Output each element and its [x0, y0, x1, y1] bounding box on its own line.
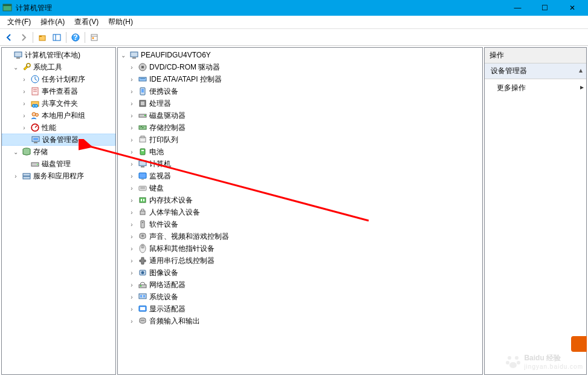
- device-category[interactable]: ›声音、视频和游戏控制器: [118, 230, 482, 242]
- expand-icon[interactable]: ›: [128, 160, 136, 168]
- help-button[interactable]: ?: [69, 31, 82, 44]
- back-button[interactable]: [2, 31, 16, 44]
- svg-rect-27: [34, 142, 37, 143]
- device-icon: [138, 123, 147, 132]
- svg-rect-48: [140, 149, 145, 155]
- device-icon: [138, 292, 147, 302]
- device-root[interactable]: ⌄ PEAUFIDGU4VTO6Y: [118, 49, 482, 61]
- device-category[interactable]: ›软件设备: [118, 218, 482, 230]
- tree-task-scheduler[interactable]: › 任务计划程序: [2, 73, 115, 85]
- expand-icon[interactable]: ›: [20, 87, 28, 96]
- users-icon: [30, 111, 40, 120]
- device-category[interactable]: ›DVD/CD-ROM 驱动器: [118, 61, 482, 73]
- svg-point-21: [32, 112, 36, 116]
- device-category[interactable]: ›电池: [118, 146, 482, 158]
- expand-icon[interactable]: [20, 160, 28, 168]
- svg-rect-42: [141, 102, 144, 105]
- expand-icon[interactable]: ›: [128, 208, 136, 216]
- device-category[interactable]: ›内存技术设备: [118, 194, 482, 206]
- expand-icon[interactable]: ›: [128, 87, 136, 96]
- menu-help[interactable]: 帮助(H): [103, 16, 138, 28]
- collapse-icon[interactable]: ⌄: [11, 147, 20, 156]
- navigation-tree-pane: 计算机管理(本地) ⌄ 系统工具 › 任务计划程序 › 事件查看器 › 共享文件…: [1, 47, 116, 375]
- expand-icon[interactable]: ›: [128, 135, 136, 144]
- device-icon: [138, 304, 147, 314]
- expand-icon[interactable]: ›: [128, 232, 136, 241]
- device-category[interactable]: ›键盘: [118, 182, 482, 194]
- expand-icon[interactable]: ›: [128, 317, 136, 325]
- device-category[interactable]: ›显示适配器: [118, 303, 482, 315]
- maximize-button[interactable]: ☐: [531, 0, 558, 16]
- tools-icon: [22, 62, 31, 72]
- device-category[interactable]: ›音频输入和输出: [118, 315, 482, 327]
- device-category[interactable]: ›通用串行总线控制器: [118, 254, 482, 267]
- tree-performance[interactable]: › 性能: [2, 122, 115, 134]
- device-category[interactable]: ›鼠标和其他指针设备: [118, 242, 482, 254]
- tree-shared-folders[interactable]: › 共享文件夹: [2, 97, 115, 109]
- expand-icon[interactable]: ›: [128, 63, 136, 71]
- actions-more[interactable]: 更多操作 ▸: [485, 79, 586, 97]
- collapse-icon[interactable]: ⌄: [119, 51, 128, 59]
- expand-icon[interactable]: ›: [128, 256, 136, 265]
- expand-icon[interactable]: ›: [128, 75, 136, 83]
- show-hide-button[interactable]: [50, 31, 63, 44]
- tree-storage[interactable]: ⌄ 存储: [2, 146, 115, 158]
- expand-icon[interactable]: ›: [128, 293, 136, 301]
- expand-icon[interactable]: ›: [128, 244, 136, 253]
- expand-icon[interactable]: ›: [128, 123, 136, 132]
- device-category[interactable]: ›计算机: [118, 158, 482, 170]
- expand-icon[interactable]: ›: [128, 305, 136, 313]
- expand-icon[interactable]: [21, 135, 29, 144]
- menu-view[interactable]: 查看(V): [69, 16, 103, 28]
- tree-label: 网络适配器: [149, 280, 188, 290]
- expand-icon[interactable]: ›: [128, 111, 136, 120]
- tree-local-users-groups[interactable]: › 本地用户和组: [2, 109, 115, 122]
- svg-rect-49: [141, 150, 144, 151]
- expand-icon[interactable]: ›: [128, 184, 136, 192]
- expand-icon[interactable]: ›: [20, 111, 28, 120]
- expand-icon[interactable]: ›: [128, 172, 136, 180]
- close-button[interactable]: ✕: [558, 0, 586, 16]
- tree-disk-management[interactable]: 磁盘管理: [2, 158, 115, 170]
- device-category[interactable]: ›便携设备: [118, 85, 482, 97]
- tree-root-computer-management[interactable]: 计算机管理(本地): [2, 49, 115, 61]
- device-tree-pane: ⌄ PEAUFIDGU4VTO6Y ›DVD/CD-ROM 驱动器›IDE AT…: [117, 47, 483, 375]
- expand-icon[interactable]: [3, 51, 11, 59]
- device-category[interactable]: ›人体学输入设备: [118, 206, 482, 218]
- expand-icon[interactable]: ›: [128, 220, 136, 229]
- forward-button[interactable]: [17, 31, 30, 44]
- collapse-icon[interactable]: ⌄: [11, 63, 20, 71]
- expand-icon[interactable]: ›: [20, 75, 28, 83]
- expand-icon[interactable]: ›: [128, 268, 136, 277]
- expand-icon[interactable]: ›: [128, 196, 136, 204]
- menu-action[interactable]: 操作(A): [36, 16, 69, 28]
- tree-services-applications[interactable]: › 服务和应用程序: [2, 170, 115, 182]
- device-category[interactable]: ›磁盘驱动器: [118, 109, 482, 122]
- tree-system-tools[interactable]: ⌄ 系统工具: [2, 61, 115, 73]
- svg-point-70: [140, 285, 141, 287]
- minimize-button[interactable]: —: [504, 0, 531, 16]
- expand-icon[interactable]: ›: [128, 147, 136, 156]
- menu-file[interactable]: 文件(F): [2, 16, 36, 28]
- tree-label: 声音、视频和游戏控制器: [149, 232, 231, 242]
- device-category[interactable]: ›打印队列: [118, 134, 482, 146]
- tree-label: 任务计划程序: [42, 74, 88, 85]
- device-category[interactable]: ›处理器: [118, 97, 482, 109]
- svg-rect-57: [140, 198, 146, 203]
- expand-icon[interactable]: ›: [11, 172, 20, 180]
- device-category[interactable]: ›图像设备: [118, 267, 482, 279]
- device-category[interactable]: ›系统设备: [118, 291, 482, 303]
- tree-device-manager[interactable]: 设备管理器: [2, 134, 115, 146]
- tree-event-viewer[interactable]: › 事件查看器: [2, 85, 115, 97]
- expand-icon[interactable]: ›: [128, 99, 136, 108]
- properties-button[interactable]: [88, 31, 101, 44]
- device-category[interactable]: ›存储控制器: [118, 122, 482, 134]
- expand-icon[interactable]: ›: [128, 280, 136, 289]
- actions-section-device-manager[interactable]: 设备管理器 ▴: [485, 63, 586, 79]
- device-category[interactable]: ›监视器: [118, 170, 482, 182]
- device-category[interactable]: ›IDE ATA/ATAPI 控制器: [118, 73, 482, 85]
- expand-icon[interactable]: ›: [20, 123, 28, 132]
- up-button[interactable]: [36, 31, 49, 44]
- expand-icon[interactable]: ›: [20, 99, 28, 108]
- device-category[interactable]: ›网络适配器: [118, 279, 482, 291]
